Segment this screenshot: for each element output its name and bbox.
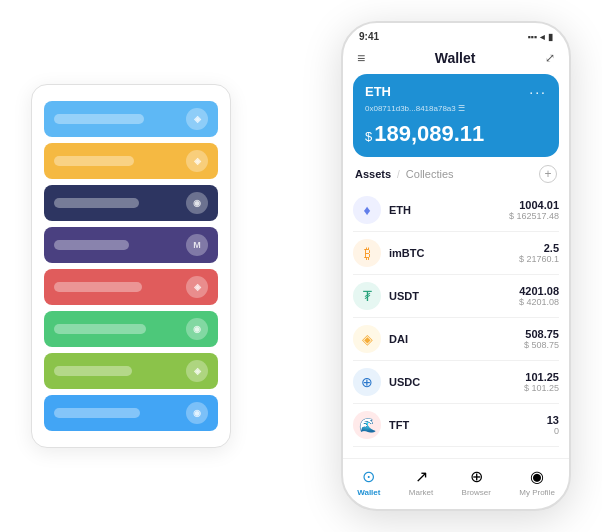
asset-row[interactable]: ◈DAI508.75$ 508.75	[353, 318, 559, 361]
nav-item-browser[interactable]: ⊕Browser	[462, 467, 491, 497]
asset-name: USDC	[389, 376, 524, 388]
asset-values: 1004.01$ 162517.48	[509, 199, 559, 221]
wifi-icon: ◂	[540, 32, 545, 42]
asset-values: 4201.08$ 4201.08	[519, 285, 559, 307]
nav-icon: ↗	[415, 467, 428, 486]
asset-name: USDT	[389, 290, 519, 302]
card-item[interactable]: ◈	[44, 101, 218, 137]
asset-icon: ₿	[353, 239, 381, 267]
nav-item-wallet[interactable]: ⊙Wallet	[357, 467, 380, 497]
status-bar: 9:41 ▪▪▪ ◂ ▮	[343, 23, 569, 46]
asset-row[interactable]: ♦ETH1004.01$ 162517.48	[353, 189, 559, 232]
nav-label: My Profile	[519, 488, 555, 497]
tab-divider: /	[397, 169, 400, 180]
asset-amount: 13	[547, 414, 559, 426]
battery-icon: ▮	[548, 32, 553, 42]
expand-icon[interactable]: ⤢	[545, 51, 555, 65]
card-item[interactable]: ◈	[44, 143, 218, 179]
bottom-nav: ⊙Wallet↗Market⊕Browser◉My Profile	[343, 458, 569, 509]
asset-amount: 2.5	[519, 242, 559, 254]
card-item[interactable]: ◈	[44, 269, 218, 305]
tab-collecties[interactable]: Collecties	[406, 168, 454, 180]
eth-balance: $189,089.11	[365, 121, 547, 147]
asset-icon: ₮	[353, 282, 381, 310]
nav-icon: ⊙	[362, 467, 375, 486]
asset-row[interactable]: ₿imBTC2.5$ 21760.1	[353, 232, 559, 275]
nav-label: Market	[409, 488, 433, 497]
status-icons: ▪▪▪ ◂ ▮	[527, 32, 553, 42]
assets-header: Assets / Collecties +	[343, 165, 569, 189]
card-item[interactable]: M	[44, 227, 218, 263]
card-stack: ◈◈◉M◈◉◈◉	[31, 84, 231, 448]
scene: ◈◈◉M◈◉◈◉ 9:41 ▪▪▪ ◂ ▮ ≡ Wallet ⤢ ETH ···…	[11, 11, 591, 521]
asset-usd: $ 4201.08	[519, 297, 559, 307]
asset-list: ♦ETH1004.01$ 162517.48₿imBTC2.5$ 21760.1…	[343, 189, 569, 458]
eth-address: 0x08711d3b...8418a78a3 ☰	[365, 104, 547, 113]
card-item[interactable]: ◈	[44, 353, 218, 389]
asset-usd: $ 101.25	[524, 383, 559, 393]
phone: 9:41 ▪▪▪ ◂ ▮ ≡ Wallet ⤢ ETH ··· 0x08711d…	[341, 21, 571, 511]
asset-row[interactable]: ⊕USDC101.25$ 101.25	[353, 361, 559, 404]
nav-item-my-profile[interactable]: ◉My Profile	[519, 467, 555, 497]
menu-icon[interactable]: ≡	[357, 50, 365, 66]
tab-assets[interactable]: Assets	[355, 168, 391, 180]
assets-tabs: Assets / Collecties	[355, 168, 454, 180]
asset-icon: ⊕	[353, 368, 381, 396]
nav-icon: ⊕	[470, 467, 483, 486]
asset-name: DAI	[389, 333, 524, 345]
asset-icon: 🌊	[353, 411, 381, 439]
asset-usd: $ 508.75	[524, 340, 559, 350]
asset-usd: $ 162517.48	[509, 211, 559, 221]
eth-card[interactable]: ETH ··· 0x08711d3b...8418a78a3 ☰ $189,08…	[353, 74, 559, 157]
card-item[interactable]: ◉	[44, 185, 218, 221]
asset-icon: ◈	[353, 325, 381, 353]
nav-label: Browser	[462, 488, 491, 497]
asset-name: imBTC	[389, 247, 519, 259]
asset-values: 130	[547, 414, 559, 436]
asset-name: TFT	[389, 419, 547, 431]
add-asset-button[interactable]: +	[539, 165, 557, 183]
asset-usd: 0	[547, 426, 559, 436]
eth-more-icon[interactable]: ···	[529, 84, 547, 100]
asset-icon: ♦	[353, 196, 381, 224]
header-title: Wallet	[435, 50, 476, 66]
asset-amount: 508.75	[524, 328, 559, 340]
signal-icon: ▪▪▪	[527, 32, 537, 42]
asset-row[interactable]: ₮USDT4201.08$ 4201.08	[353, 275, 559, 318]
eth-balance-symbol: $	[365, 129, 372, 144]
phone-header: ≡ Wallet ⤢	[343, 46, 569, 74]
asset-values: 508.75$ 508.75	[524, 328, 559, 350]
asset-values: 101.25$ 101.25	[524, 371, 559, 393]
nav-label: Wallet	[357, 488, 380, 497]
asset-values: 2.5$ 21760.1	[519, 242, 559, 264]
asset-amount: 1004.01	[509, 199, 559, 211]
nav-icon: ◉	[530, 467, 544, 486]
time: 9:41	[359, 31, 379, 42]
card-item[interactable]: ◉	[44, 311, 218, 347]
asset-amount: 101.25	[524, 371, 559, 383]
asset-usd: $ 21760.1	[519, 254, 559, 264]
asset-name: ETH	[389, 204, 509, 216]
card-item[interactable]: ◉	[44, 395, 218, 431]
eth-balance-value: 189,089.11	[374, 121, 484, 146]
eth-label: ETH	[365, 84, 391, 99]
asset-amount: 4201.08	[519, 285, 559, 297]
nav-item-market[interactable]: ↗Market	[409, 467, 433, 497]
asset-row[interactable]: 🌊TFT130	[353, 404, 559, 447]
